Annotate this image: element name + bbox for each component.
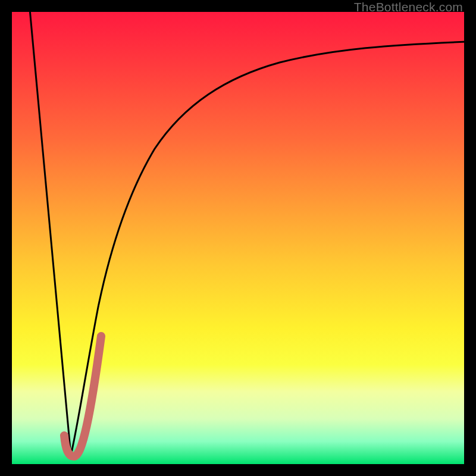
left-descent-line [30, 9, 71, 455]
chart-frame: TheBottleneck.com [0, 0, 476, 476]
plot-area [12, 12, 464, 464]
chart-svg [12, 12, 464, 464]
right-curve-line [71, 42, 467, 455]
watermark-text: TheBottleneck.com [354, 0, 463, 14]
